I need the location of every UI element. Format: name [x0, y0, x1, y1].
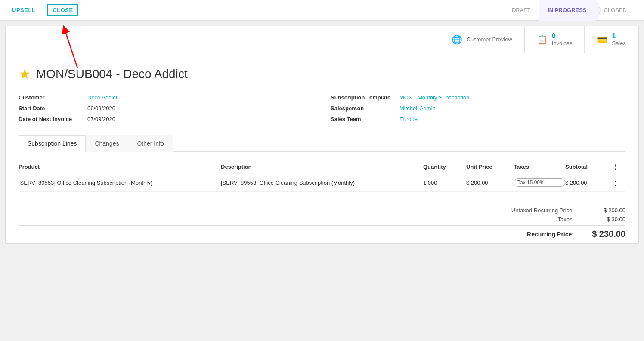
- col-taxes: Taxes: [514, 164, 565, 170]
- salesperson-label: Salesperson: [331, 105, 399, 112]
- main-content: 🌐 Customer Preview 📋 0 Invoices 💳 1 Sale…: [5, 26, 639, 244]
- sales-count: 1: [612, 32, 626, 40]
- status-bar: DRAFT IN PROGRESS CLOSED: [503, 0, 635, 21]
- smart-buttons-row: 🌐 Customer Preview 📋 0 Invoices 💳 1 Sale…: [6, 26, 638, 53]
- close-button[interactable]: CLOSE: [47, 4, 78, 16]
- customer-label: Customer: [19, 94, 87, 101]
- field-sales-team: Sales Team Europe: [331, 116, 625, 122]
- template-value[interactable]: MON - Monthly Subscription: [399, 94, 470, 101]
- taxes-label: Taxes:: [488, 216, 574, 223]
- credit-card-icon: 💳: [597, 34, 607, 45]
- salesperson-value[interactable]: Mitchell Admin: [399, 105, 436, 112]
- recurring-price-row: Recurring Price: $ 230.00: [19, 225, 625, 239]
- row-unit-price: $ 200.00: [466, 180, 514, 186]
- field-next-invoice: Date of Next Invoice 07/09/2020: [19, 116, 313, 122]
- invoices-button[interactable]: 📋 0 Invoices: [525, 26, 585, 53]
- taxes-row: Taxes: $ 30.00: [19, 216, 625, 223]
- col-quantity: Quantity: [423, 164, 466, 170]
- col-unit-price: Unit Price: [466, 164, 514, 170]
- recurring-label: Recurring Price:: [488, 231, 574, 238]
- table-row: [SERV_89553] Office Cleaning Subscriptio…: [19, 174, 625, 192]
- tab-other-info[interactable]: Other Info: [128, 135, 173, 152]
- row-subtotal: $ 200.00: [565, 180, 613, 186]
- sales-label: Sales: [612, 40, 626, 46]
- untaxed-value: $ 200.00: [591, 207, 625, 214]
- top-bar-left: UPSELL CLOSE: [9, 4, 78, 16]
- sales-team-value[interactable]: Europe: [399, 116, 418, 122]
- sales-team-label: Sales Team: [331, 116, 399, 122]
- next-invoice-value: 07/09/2020: [87, 116, 115, 122]
- fields-right: Subscription Template MON - Monthly Subs…: [331, 94, 625, 122]
- row-quantity: 1.000: [423, 180, 466, 186]
- tab-subscription-lines[interactable]: Subscription Lines: [19, 135, 86, 152]
- record-title: MON/SUB004 - Deco Addict: [36, 67, 188, 81]
- untaxed-label: Untaxed Recurring Price:: [488, 207, 574, 214]
- col-product: Product: [19, 164, 221, 170]
- row-description: [SERV_89553] Office Cleaning Subscriptio…: [221, 180, 423, 186]
- start-date-label: Start Date: [19, 105, 87, 112]
- col-actions: ⋮: [613, 164, 625, 170]
- taxes-value: $ 30.00: [591, 216, 625, 223]
- table-header: Product Description Quantity Unit Price …: [19, 160, 625, 174]
- star-icon[interactable]: ★: [19, 66, 31, 82]
- tab-changes[interactable]: Changes: [86, 135, 128, 152]
- start-date-value: 06/09/2020: [87, 105, 115, 112]
- col-subtotal: Subtotal: [565, 164, 613, 170]
- invoice-icon: 📋: [537, 34, 548, 45]
- customer-value[interactable]: Deco Addict: [87, 94, 117, 101]
- tabs-bar: Subscription Lines Changes Other Info: [19, 135, 625, 152]
- record-title-row: ★ MON/SUB004 - Deco Addict: [19, 66, 625, 82]
- fields-grid: Customer Deco Addict Start Date 06/09/20…: [19, 94, 625, 122]
- field-customer: Customer Deco Addict: [19, 94, 313, 101]
- status-in-progress[interactable]: IN PROGRESS: [539, 0, 595, 21]
- col-description: Description: [221, 164, 423, 170]
- customer-preview-button[interactable]: 🌐 Customer Preview: [440, 26, 525, 53]
- row-actions-icon[interactable]: ⋮: [613, 180, 625, 186]
- invoices-label: Invoices: [552, 40, 573, 46]
- field-salesperson: Salesperson Mitchell Admin: [331, 105, 625, 112]
- status-closed[interactable]: CLOSED: [595, 0, 635, 21]
- top-bar: UPSELL CLOSE DRAFT IN PROGRESS CLOSED: [0, 0, 644, 21]
- customer-preview-label: Customer Preview: [467, 36, 512, 43]
- recurring-value: $ 230.00: [591, 229, 625, 239]
- totals-section: Untaxed Recurring Price: $ 200.00 Taxes:…: [6, 200, 638, 243]
- row-product: [SERV_89553] Office Cleaning Subscriptio…: [19, 180, 221, 186]
- next-invoice-label: Date of Next Invoice: [19, 116, 87, 122]
- invoices-count: 0: [552, 32, 573, 40]
- subscription-lines-table: Product Description Quantity Unit Price …: [19, 160, 625, 192]
- sales-button[interactable]: 💳 1 Sales: [585, 26, 638, 53]
- field-start-date: Start Date 06/09/2020: [19, 105, 313, 112]
- untaxed-row: Untaxed Recurring Price: $ 200.00: [19, 207, 625, 214]
- template-label: Subscription Template: [331, 94, 399, 101]
- status-draft[interactable]: DRAFT: [503, 0, 539, 21]
- field-template: Subscription Template MON - Monthly Subs…: [331, 94, 625, 101]
- globe-icon: 🌐: [452, 34, 462, 45]
- fields-left: Customer Deco Addict Start Date 06/09/20…: [19, 94, 313, 122]
- row-tax: Tax 15.00%: [514, 178, 565, 187]
- upsell-button[interactable]: UPSELL: [9, 5, 39, 15]
- record-content: ★ MON/SUB004 - Deco Addict Customer Deco…: [6, 53, 638, 200]
